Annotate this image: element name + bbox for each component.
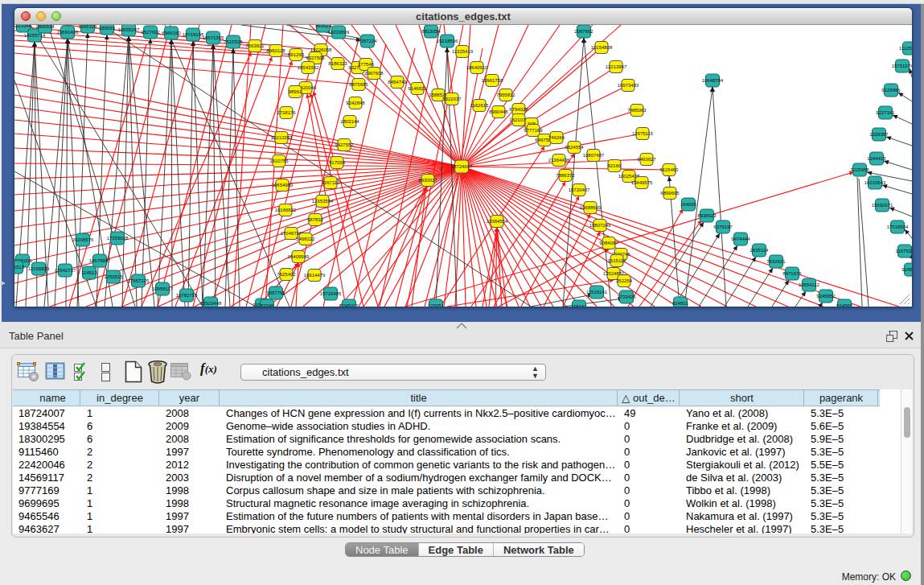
svg-text:16210643: 16210643 — [864, 180, 886, 185]
svg-text:7955812: 7955812 — [496, 93, 515, 97]
svg-text:11125419: 11125419 — [899, 46, 912, 51]
svg-text:17957225: 17957225 — [128, 278, 150, 283]
svg-text:252254: 252254 — [616, 278, 633, 283]
svg-text:164095: 164095 — [680, 202, 697, 207]
svg-text:3624554: 3624554 — [565, 145, 584, 150]
svg-text:2935114: 2935114 — [750, 248, 770, 253]
svg-text:18724007: 18724007 — [451, 164, 473, 169]
svg-text:20691406: 20691406 — [57, 30, 79, 35]
svg-text:16961758: 16961758 — [482, 78, 503, 83]
svg-text:9245012: 9245012 — [339, 303, 359, 307]
svg-text:10154808: 10154808 — [591, 45, 613, 50]
svg-text:10973493: 10973493 — [618, 83, 639, 88]
svg-text:8186323: 8186323 — [328, 61, 347, 66]
svg-text:7886372: 7886372 — [556, 173, 575, 178]
svg-text:8938923: 8938923 — [697, 213, 717, 218]
svg-text:1065326: 1065326 — [78, 25, 97, 29]
svg-text:6966160: 6966160 — [162, 31, 181, 35]
svg-text:20206576: 20206576 — [72, 237, 94, 242]
svg-text:1209387: 1209387 — [869, 132, 889, 137]
svg-text:5875685: 5875685 — [349, 82, 368, 87]
svg-text:16914479: 16914479 — [304, 273, 326, 278]
svg-text:83746: 83746 — [261, 303, 274, 307]
svg-text:114513: 114513 — [81, 270, 97, 275]
svg-text:21364436: 21364436 — [548, 158, 570, 163]
svg-text:9146821: 9146821 — [408, 86, 427, 91]
svg-text:11325419: 11325419 — [452, 49, 474, 54]
svg-text:11516141: 11516141 — [586, 290, 608, 295]
svg-text:15751074: 15751074 — [892, 64, 912, 68]
svg-text:924565: 924565 — [836, 303, 853, 307]
svg-text:9474444: 9474444 — [731, 237, 750, 241]
svg-text:10688609: 10688609 — [580, 205, 602, 210]
svg-text:1250515: 1250515 — [104, 274, 123, 279]
svg-text:62160: 62160 — [608, 163, 622, 168]
svg-text:746266: 746266 — [548, 135, 565, 140]
svg-text:9245652: 9245652 — [816, 294, 836, 299]
svg-text:10807487: 10807487 — [583, 153, 605, 158]
svg-text:10648784: 10648784 — [702, 78, 724, 83]
svg-text:17016504: 17016504 — [887, 225, 909, 229]
svg-text:12213383: 12213383 — [271, 135, 293, 140]
svg-text:10719195: 10719195 — [183, 32, 204, 37]
svg-text:960523: 960523 — [315, 25, 332, 28]
svg-text:2967608: 2967608 — [364, 71, 384, 76]
svg-text:1806534: 1806534 — [35, 25, 55, 29]
svg-text:9657791: 9657791 — [266, 290, 285, 295]
svg-text:18807249: 18807249 — [589, 223, 611, 228]
svg-text:16543362: 16543362 — [298, 65, 319, 70]
svg-text:125051: 125051 — [428, 303, 445, 307]
svg-text:3215958: 3215958 — [850, 167, 869, 172]
svg-text:417006: 417006 — [329, 160, 346, 165]
svg-text:9427552: 9427552 — [335, 142, 354, 147]
svg-text:5498222: 5498222 — [296, 237, 315, 241]
svg-text:8471676: 8471676 — [782, 271, 802, 276]
svg-text:19384554: 19384554 — [487, 219, 508, 224]
svg-text:1527602: 1527602 — [141, 30, 160, 35]
svg-text:10654983: 10654983 — [272, 183, 294, 187]
svg-text:98961: 98961 — [289, 89, 302, 94]
svg-text:10958117: 10958117 — [152, 286, 174, 291]
svg-text:8960128: 8960128 — [266, 48, 285, 53]
svg-text:19166822: 19166822 — [275, 208, 297, 212]
svg-text:2803144: 2803144 — [340, 119, 359, 124]
svg-text:9245012: 9245012 — [901, 267, 912, 272]
svg-text:9327509: 9327509 — [306, 56, 325, 60]
svg-text:9115460: 9115460 — [660, 167, 680, 172]
svg-text:16033809: 16033809 — [328, 30, 350, 35]
svg-text:8930027: 8930027 — [418, 178, 437, 183]
svg-text:1162615: 1162615 — [470, 103, 490, 108]
svg-text:9129966: 9129966 — [881, 88, 901, 93]
svg-text:8990448: 8990448 — [489, 109, 508, 114]
svg-text:19218506: 19218506 — [437, 39, 458, 43]
svg-text:12213967: 12213967 — [606, 64, 627, 69]
svg-text:587832: 587832 — [307, 217, 324, 222]
svg-text:16409949: 16409949 — [288, 254, 310, 259]
svg-text:12353594: 12353594 — [312, 199, 334, 204]
svg-text:1610755: 1610755 — [269, 159, 289, 163]
svg-text:6379197: 6379197 — [713, 225, 733, 229]
svg-text:1244415: 1244415 — [867, 156, 886, 161]
svg-text:16782759: 16782759 — [176, 293, 198, 298]
svg-text:17359928: 17359928 — [107, 236, 129, 241]
svg-text:12156829: 12156829 — [28, 266, 50, 271]
svg-text:13449575: 13449575 — [631, 180, 653, 185]
svg-text:2718176: 2718176 — [277, 110, 296, 115]
svg-text:9227341: 9227341 — [876, 110, 895, 115]
svg-text:7485063: 7485063 — [627, 108, 647, 113]
svg-text:12942737: 12942737 — [55, 268, 76, 273]
svg-text:14055714: 14055714 — [24, 33, 46, 38]
svg-text:10654112: 10654112 — [799, 282, 820, 287]
svg-text:5322037: 5322037 — [442, 97, 462, 101]
svg-text:12975115: 12975115 — [632, 131, 654, 136]
svg-text:10655267: 10655267 — [118, 27, 140, 32]
svg-text:7357224: 7357224 — [358, 39, 377, 43]
svg-text:7515525: 7515525 — [224, 39, 243, 44]
svg-text:9777169: 9777169 — [524, 128, 543, 133]
svg-text:7632621: 7632621 — [766, 259, 786, 264]
svg-text:15692971: 15692971 — [872, 203, 893, 208]
svg-text:1167533: 1167533 — [896, 249, 912, 253]
svg-text:9463627: 9463627 — [637, 157, 656, 162]
svg-text:1733426: 1733426 — [617, 295, 636, 299]
svg-text:16671355: 16671355 — [203, 35, 224, 40]
